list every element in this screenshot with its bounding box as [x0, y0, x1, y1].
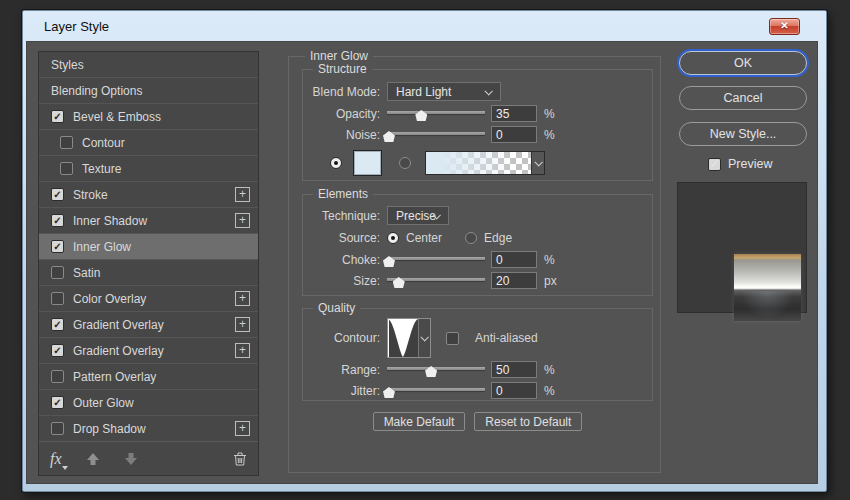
size-slider[interactable]: [387, 273, 485, 288]
sidebar-item-satin[interactable]: Satin: [39, 260, 258, 286]
check-icon: ✓: [53, 345, 61, 356]
sidebar-item-label: Bevel & Emboss: [73, 110, 161, 124]
sidebar-item-label: Inner Glow: [73, 240, 131, 254]
size-unit: px: [544, 274, 557, 288]
gradient-radio[interactable]: [399, 157, 411, 169]
add-effect-button[interactable]: +: [235, 343, 250, 358]
plus-icon: +: [239, 187, 246, 201]
sidebar-item-blending-options[interactable]: Blending Options: [39, 78, 258, 104]
reset-default-button[interactable]: Reset to Default: [474, 412, 582, 431]
sidebar-item-label: Texture: [82, 162, 121, 176]
sidebar-item-label: Stroke: [73, 188, 108, 202]
effects-toolbar: fx: [39, 441, 258, 475]
preview-layer-object: [734, 254, 801, 321]
effect-checkbox[interactable]: [51, 370, 64, 383]
blend-mode-select[interactable]: Hard Light: [387, 82, 501, 101]
effect-checkbox[interactable]: [60, 162, 73, 175]
close-button[interactable]: ✕: [769, 18, 800, 35]
effect-checkbox[interactable]: [60, 136, 73, 149]
effect-checkbox[interactable]: ✓: [51, 188, 64, 201]
source-edge-radio[interactable]: [465, 232, 477, 244]
size-label: Size:: [304, 274, 380, 288]
effect-checkbox[interactable]: ✓: [51, 396, 64, 409]
effect-checkbox[interactable]: ✓: [51, 110, 64, 123]
elements-group-title: Elements: [313, 187, 373, 201]
effects-list: Styles Blending Options ✓ Bevel & Emboss…: [38, 51, 259, 476]
delete-effect-button[interactable]: [233, 451, 247, 466]
sidebar-item-inner-glow[interactable]: ✓ Inner Glow: [39, 234, 258, 260]
gradient-dropdown-button[interactable]: [531, 152, 544, 174]
color-radio[interactable]: [330, 157, 342, 169]
sidebar-item-contour[interactable]: Contour: [39, 130, 258, 156]
effect-checkbox[interactable]: ✓: [51, 240, 64, 253]
source-edge-label: Edge: [484, 231, 512, 245]
make-default-button[interactable]: Make Default: [373, 412, 466, 431]
preview-label: Preview: [728, 157, 772, 171]
sidebar-item-stroke[interactable]: ✓ Stroke +: [39, 182, 258, 208]
elements-group: Elements Technique: Precise Source: Cent…: [302, 194, 653, 296]
new-style-button[interactable]: New Style...: [679, 122, 807, 146]
jitter-input[interactable]: [491, 382, 537, 399]
trash-icon: [233, 451, 247, 466]
range-slider[interactable]: [387, 362, 485, 377]
add-effect-button[interactable]: +: [235, 317, 250, 332]
add-effect-button[interactable]: +: [235, 213, 250, 228]
add-effect-button[interactable]: +: [235, 291, 250, 306]
contour-picker[interactable]: [387, 318, 431, 358]
effect-checkbox[interactable]: [51, 292, 64, 305]
opacity-input[interactable]: [491, 105, 537, 122]
jitter-slider[interactable]: [387, 383, 485, 398]
opacity-unit: %: [544, 107, 555, 121]
sidebar-item-color-overlay[interactable]: Color Overlay +: [39, 286, 258, 312]
titlebar[interactable]: Layer Style: [23, 11, 826, 41]
sidebar-item-pattern-overlay[interactable]: Pattern Overlay: [39, 364, 258, 390]
sidebar-item-gradient-overlay[interactable]: ✓ Gradient Overlay +: [39, 312, 258, 338]
contour-thumbnail: [388, 319, 419, 357]
move-up-button[interactable]: [86, 452, 100, 466]
cancel-button[interactable]: Cancel: [679, 86, 807, 110]
fx-menu-button[interactable]: fx: [50, 450, 62, 468]
effect-checkbox[interactable]: [51, 422, 64, 435]
gradient-picker[interactable]: [425, 151, 545, 175]
add-effect-button[interactable]: +: [235, 187, 250, 202]
sidebar-item-drop-shadow[interactable]: Drop Shadow +: [39, 416, 258, 442]
range-input[interactable]: [491, 361, 537, 378]
preview-checkbox[interactable]: ✓: [708, 158, 721, 171]
contour-label: Contour:: [304, 331, 380, 345]
sidebar-item-label: Pattern Overlay: [73, 370, 156, 384]
sidebar-item-outer-glow[interactable]: ✓ Outer Glow: [39, 390, 258, 416]
sidebar-item-gradient-overlay[interactable]: ✓ Gradient Overlay +: [39, 338, 258, 364]
chevron-down-icon: [534, 158, 542, 166]
choke-slider[interactable]: [387, 252, 485, 267]
sidebar-item-label: Gradient Overlay: [73, 318, 164, 332]
plus-icon: +: [239, 343, 246, 357]
noise-unit: %: [544, 128, 555, 142]
source-center-label: Center: [406, 231, 442, 245]
ok-button[interactable]: OK: [679, 51, 807, 75]
jitter-label: Jitter:: [304, 384, 380, 398]
noise-slider[interactable]: [387, 127, 485, 142]
effect-checkbox[interactable]: ✓: [51, 214, 64, 227]
size-input[interactable]: [491, 272, 537, 289]
noise-input[interactable]: [491, 126, 537, 143]
effect-checkbox[interactable]: ✓: [51, 344, 64, 357]
glow-color-swatch[interactable]: [353, 150, 382, 176]
contour-dropdown-button[interactable]: [419, 319, 430, 357]
arrow-down-icon: [124, 452, 138, 466]
opacity-slider[interactable]: [387, 106, 485, 121]
effect-checkbox[interactable]: [51, 266, 64, 279]
choke-input[interactable]: [491, 251, 537, 268]
technique-select[interactable]: Precise: [387, 206, 449, 225]
opacity-label: Opacity:: [304, 107, 380, 121]
sidebar-item-label: Contour: [82, 136, 125, 150]
add-effect-button[interactable]: +: [235, 421, 250, 436]
sidebar-item-texture[interactable]: Texture: [39, 156, 258, 182]
sidebar-item-styles[interactable]: Styles: [39, 52, 258, 78]
quality-group-title: Quality: [313, 301, 360, 315]
sidebar-item-inner-shadow[interactable]: ✓ Inner Shadow +: [39, 208, 258, 234]
antialiased-checkbox[interactable]: [446, 332, 459, 345]
move-down-button[interactable]: [124, 452, 138, 466]
source-center-radio[interactable]: [387, 232, 399, 244]
effect-checkbox[interactable]: ✓: [51, 318, 64, 331]
sidebar-item-bevel-emboss[interactable]: ✓ Bevel & Emboss: [39, 104, 258, 130]
